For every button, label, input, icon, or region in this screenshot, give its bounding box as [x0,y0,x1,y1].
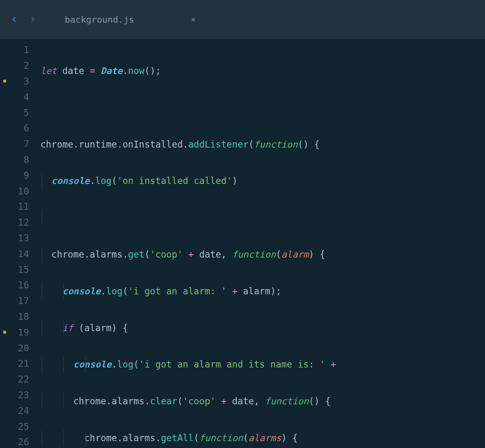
line-number: 19 [18,327,29,338]
nav-arrows [10,15,37,24]
line-number: 1 [23,44,29,55]
line-number: 5 [23,108,29,118]
line-number: 3 [23,76,29,87]
line-number: 17 [18,296,29,306]
line-number: 4 [23,92,29,102]
line-number: 26 [18,437,29,447]
line-number: 11 [18,201,29,212]
line-number: 14 [18,249,29,259]
code-line[interactable]: chrome.alarms.clear('coop' + date, funct… [40,393,485,409]
tab-background-js[interactable]: background.js × [60,0,200,39]
line-number: 2 [23,60,29,71]
code-line[interactable] [40,100,485,116]
code-line[interactable]: console.log('on installed called') [40,173,485,189]
line-number: 9 [23,170,29,181]
code-line[interactable]: chrome.runtime.onInstalled.addListener(f… [40,137,485,152]
line-number: 10 [18,186,29,197]
line-number: 24 [18,406,29,416]
line-number: 16 [18,280,29,290]
gutter: 1 2 3 4 5 6 7 8 9 10 11 12 13 14 15 16 1… [0,39,40,448]
code-line[interactable]: let date = Date.now(); [40,63,485,79]
code-line[interactable] [40,210,485,226]
line-number: 20 [18,343,29,353]
line-number: 8 [23,154,29,165]
forward-arrow-icon[interactable] [28,15,37,24]
tab-label: background.js [65,15,134,25]
titlebar: background.js × [0,0,485,39]
editor: 1 2 3 4 5 6 7 8 9 10 11 12 13 14 15 16 1… [0,39,485,448]
code-line[interactable]: if (alarm) { [40,320,485,336]
code-line[interactable]: console.log('i got an alarm and its name… [40,357,485,372]
line-number: 6 [23,123,29,133]
code-pane[interactable]: let date = Date.now(); chrome.runtime.on… [40,39,485,448]
line-number: 23 [18,390,29,400]
line-number: 13 [18,233,29,243]
line-number: 18 [18,311,29,322]
line-number: 21 [18,358,29,369]
gutter-marker-icon [3,80,6,82]
line-number: 22 [18,374,29,385]
back-arrow-icon[interactable] [10,15,19,24]
code-line[interactable]: chrome.alarms.get('coop' + date, functio… [40,247,485,262]
gutter-marker-icon [3,331,6,334]
code-line[interactable]: console.log('i got an alarm: ' + alarm); [40,283,485,299]
close-icon[interactable]: × [191,15,196,24]
line-number: 7 [23,139,29,149]
line-number: 25 [18,421,29,432]
line-number: 15 [18,264,29,275]
code-line[interactable]: chrome.alarms.getAll(function(alarms) { [40,430,485,446]
line-number: 12 [18,217,29,228]
